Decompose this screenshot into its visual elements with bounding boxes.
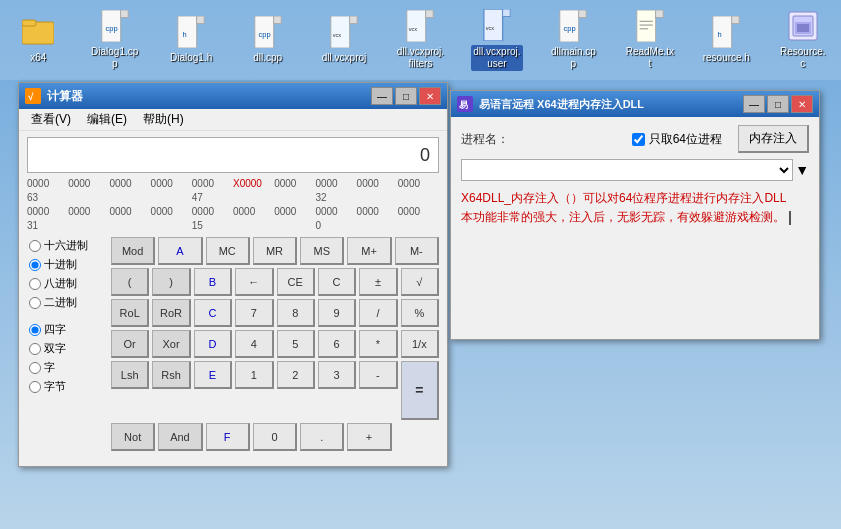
menu-edit[interactable]: 编辑(E) <box>79 109 135 130</box>
btn-or[interactable]: Or <box>111 330 149 358</box>
dll-inject-button[interactable]: 内存注入 <box>738 125 809 153</box>
btn-1[interactable]: 1 <box>235 361 273 389</box>
dll-window: 易 易语言远程 X64进程内存注入DLL — □ ✕ 进程名： 只取64位进程 … <box>450 90 820 340</box>
dll-close-button[interactable]: ✕ <box>791 95 813 113</box>
btn-rsh[interactable]: Rsh <box>152 361 190 389</box>
dll-dropdown-row: ▼ <box>461 159 809 181</box>
file-icon-resourceh[interactable]: h resource.h <box>698 16 754 64</box>
btn-A[interactable]: A <box>158 237 202 265</box>
btn-c[interactable]: C <box>318 268 356 296</box>
btn-not[interactable]: Not <box>111 423 155 451</box>
desktop: x64 cpp Dialog1.cpp h Dialog1.h <box>0 0 841 529</box>
file-icon-dllcpp[interactable]: cpp dll.cpp <box>239 16 295 64</box>
btn-multiply[interactable]: * <box>359 330 397 358</box>
btn-rparen[interactable]: ) <box>152 268 190 296</box>
btn-7[interactable]: 7 <box>235 299 273 327</box>
minimize-button[interactable]: — <box>371 87 393 105</box>
btn-ms[interactable]: MS <box>300 237 344 265</box>
file-icon-readmetxt[interactable]: ReadMe.txt <box>622 10 678 70</box>
file-icon-dllvcxproj[interactable]: vcx dll.vcxproj <box>316 16 372 64</box>
radio-oct[interactable]: 八进制 <box>27 275 107 292</box>
maximize-button[interactable]: □ <box>395 87 417 105</box>
btn-3[interactable]: 3 <box>318 361 356 389</box>
btn-mc[interactable]: MC <box>206 237 250 265</box>
btn-equals[interactable]: = <box>401 361 439 420</box>
btn-4[interactable]: 4 <box>235 330 273 358</box>
btn-0[interactable]: 0 <box>253 423 297 451</box>
radio-bin[interactable]: 二进制 <box>27 294 107 311</box>
dll-content: 进程名： 只取64位进程 内存注入 ▼ X64DLL_内存注入（）可以对64位程… <box>451 117 819 235</box>
btn-mplus[interactable]: M+ <box>347 237 391 265</box>
btn-lsh[interactable]: Lsh <box>111 361 149 389</box>
btn-F[interactable]: F <box>206 423 250 451</box>
dll-maximize-button[interactable]: □ <box>767 95 789 113</box>
btn-8[interactable]: 8 <box>277 299 315 327</box>
btn-percent[interactable]: % <box>401 299 439 327</box>
dll-minimize-button[interactable]: — <box>743 95 765 113</box>
file-icon-resourcerc[interactable]: Resource.c <box>775 10 831 70</box>
svg-rect-24 <box>503 9 511 17</box>
btn-divide[interactable]: / <box>359 299 397 327</box>
btn-6[interactable]: 6 <box>318 330 356 358</box>
btn-reciprocal[interactable]: 1/x <box>401 330 439 358</box>
radio-byte[interactable]: 字节 <box>27 378 107 395</box>
btn-B[interactable]: B <box>194 268 232 296</box>
btn-E[interactable]: E <box>194 361 232 389</box>
close-button[interactable]: ✕ <box>419 87 441 105</box>
file-icon-dllmaincpp-label: dllmain.cpp <box>551 46 596 70</box>
radio-qword[interactable]: 四字 <box>27 321 107 338</box>
btn-rol[interactable]: RoL <box>111 299 149 327</box>
btn-lparen[interactable]: ( <box>111 268 149 296</box>
file-icon-resourceh-label: resource.h <box>703 52 750 64</box>
btn-minus[interactable]: - <box>359 361 397 389</box>
btn-ror[interactable]: RoR <box>152 299 190 327</box>
btn-decimal[interactable]: . <box>300 423 344 451</box>
menu-view[interactable]: 查看(V) <box>23 109 79 130</box>
svg-text:h: h <box>183 30 187 39</box>
svg-rect-1 <box>22 20 36 26</box>
file-icon-x64[interactable]: x64 <box>10 16 66 64</box>
file-icon-dllvcxprojfilters[interactable]: vcx dll.vcxproj.filters <box>392 10 448 70</box>
calc-titlebar[interactable]: √ 计算器 — □ ✕ <box>19 83 447 109</box>
btn-2[interactable]: 2 <box>277 361 315 389</box>
file-icon-dllmaincpp[interactable]: cpp dllmain.cpp <box>545 10 601 70</box>
btn-C-hex[interactable]: C <box>194 299 232 327</box>
dll-64bit-checkbox[interactable] <box>632 133 645 146</box>
btn-9[interactable]: 9 <box>318 299 356 327</box>
btn-backspace[interactable]: ← <box>235 268 273 296</box>
btn-plus[interactable]: + <box>347 423 391 451</box>
file-icon-dllvcxprojuser[interactable]: vcx dll.vcxproj.user <box>469 9 525 71</box>
word-radio-group: 四字 双字 字 字节 <box>27 321 107 395</box>
file-bar: x64 cpp Dialog1.cpp h Dialog1.h <box>0 0 841 80</box>
svg-text:√: √ <box>28 91 34 102</box>
calc-buttons-area: 十六进制 十进制 八进制 二进制 <box>27 237 439 451</box>
btn-mr[interactable]: MR <box>253 237 297 265</box>
btn-plusminus[interactable]: ± <box>359 268 397 296</box>
btn-5[interactable]: 5 <box>277 330 315 358</box>
file-icon-dllcpp-label: dll.cpp <box>253 52 282 64</box>
btn-D[interactable]: D <box>194 330 232 358</box>
radio-hex[interactable]: 十六进制 <box>27 237 107 254</box>
dll-process-dropdown[interactable] <box>461 159 793 181</box>
svg-rect-38 <box>732 16 740 24</box>
dll-info-text: X64DLL_内存注入（）可以对64位程序进程进行内存注入DLL 本功能非常的强… <box>461 189 809 227</box>
calc-title-icon: √ <box>25 88 41 104</box>
dll-titlebar[interactable]: 易 易语言远程 X64进程内存注入DLL — □ ✕ <box>451 91 819 117</box>
btn-sqrt[interactable]: √ <box>401 268 439 296</box>
dll-title-icon: 易 <box>457 96 473 112</box>
radio-dword[interactable]: 双字 <box>27 340 107 357</box>
radio-dec[interactable]: 十进制 <box>27 256 107 273</box>
file-icon-dialog1cpp[interactable]: cpp Dialog1.cpp <box>86 10 142 70</box>
dll-checkbox-label[interactable]: 只取64位进程 <box>632 131 722 148</box>
radio-word[interactable]: 字 <box>27 359 107 376</box>
file-icon-dialog1h[interactable]: h Dialog1.h <box>163 16 219 64</box>
svg-text:cpp: cpp <box>258 30 270 39</box>
btn-mminus[interactable]: M- <box>395 237 439 265</box>
btn-xor[interactable]: Xor <box>152 330 190 358</box>
btn-ce[interactable]: CE <box>277 268 315 296</box>
btn-and[interactable]: And <box>158 423 202 451</box>
dll-info-line1: X64DLL_内存注入（）可以对64位程序进程进行内存注入DLL <box>461 189 809 208</box>
window-controls: — □ ✕ <box>371 87 441 105</box>
menu-help[interactable]: 帮助(H) <box>135 109 192 130</box>
btn-mod[interactable]: Mod <box>111 237 155 265</box>
